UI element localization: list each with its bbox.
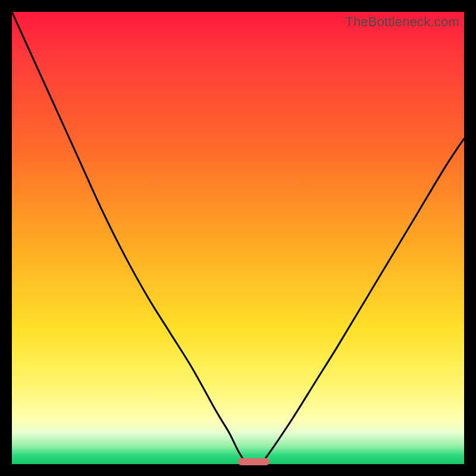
watermark-text: TheBottleneck.com — [345, 14, 459, 30]
minimum-marker — [238, 458, 270, 465]
bottleneck-curve — [12, 12, 464, 464]
plot-area: TheBottleneck.com — [12, 12, 464, 464]
curve-left-path — [12, 12, 245, 462]
chart-frame: TheBottleneck.com — [0, 0, 476, 476]
curve-right-path — [263, 139, 464, 462]
